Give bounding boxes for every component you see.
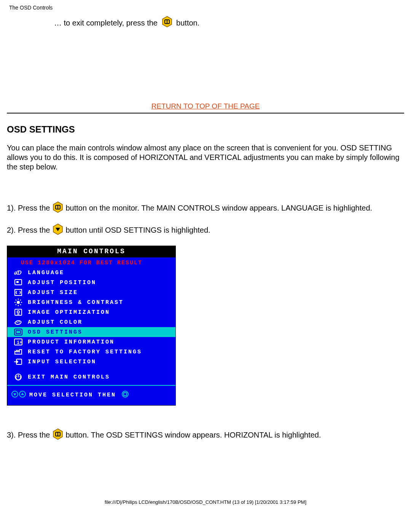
osd-item-label: IMAGE OPTIMIZATION (25, 309, 110, 316)
ok-button-icon (52, 428, 64, 442)
osd-item-adjust-size[interactable]: ADJUST SIZE (7, 288, 175, 297)
osd-item-input-selection[interactable]: INPUT SELECTION (7, 357, 175, 367)
osd-item-osd-settings[interactable]: OSD SETTINGS (7, 327, 175, 337)
language-icon: ǝƊ (12, 269, 25, 276)
factory-icon (12, 349, 25, 355)
ok-button-icon (52, 201, 64, 215)
position-icon (12, 279, 25, 286)
up-arrow-icon (19, 390, 26, 400)
return-to-top-link[interactable]: RETURN TO TOP OF THE PAGE (151, 102, 260, 110)
osd-item-label: ADJUST COLOR (25, 319, 83, 326)
svg-line-20 (16, 304, 16, 305)
down-arrow-icon (11, 390, 19, 400)
osd-item-image-optimization[interactable]: IMAGE OPTIMIZATION (7, 307, 175, 317)
osd-item-exit[interactable]: EXIT MAIN CONTROLS (7, 372, 175, 382)
osd-item-label: ADJUST SIZE (25, 289, 78, 296)
osd-title: MAIN CONTROLS (7, 246, 175, 257)
svg-marker-35 (21, 393, 24, 395)
osd-item-language[interactable]: ǝƊ LANGUAGE (7, 268, 175, 278)
svg-rect-27 (16, 331, 21, 334)
svg-text:i+: i+ (17, 340, 22, 345)
step-3-suffix: button. The OSD SETTINGS window appears.… (66, 431, 321, 439)
osd-item-product-information[interactable]: i+ PRODUCT INFORMATION (7, 337, 175, 347)
osd-footer-label: MOVE SELECTION THEN (29, 392, 116, 398)
svg-line-19 (20, 300, 21, 300)
svg-text:ǝƊ: ǝƊ (14, 270, 22, 276)
size-icon (12, 289, 25, 296)
divider (7, 113, 404, 113)
step-3-prefix: 3). Press the (7, 431, 52, 439)
step-2-prefix: 2). Press the (7, 226, 52, 234)
svg-rect-10 (16, 281, 19, 283)
image-icon (12, 309, 25, 316)
svg-rect-37 (124, 393, 127, 396)
step-1-suffix: button on the monitor. The MAIN CONTROLS… (66, 204, 373, 212)
svg-line-18 (20, 304, 21, 305)
page-header: The OSD Controls (9, 5, 404, 11)
step-1: 1). Press the button on the monitor. The… (7, 201, 404, 215)
osd-item-label: ADJUST POSITION (25, 280, 96, 286)
svg-line-17 (16, 300, 16, 300)
svg-point-25 (19, 321, 20, 323)
exit-icon (12, 373, 25, 381)
osd-item-label: LANGUAGE (25, 270, 64, 276)
svg-point-24 (17, 322, 18, 323)
osd-resolution-hint: USE 1280x1024 FOR BEST RESULT (7, 257, 175, 268)
osd-item-label: EXIT MAIN CONTROLS (25, 374, 110, 380)
svg-rect-23 (17, 314, 19, 315)
osd-item-label: INPUT SELECTION (25, 359, 96, 365)
down-button-icon (52, 224, 64, 237)
brightness-icon (12, 299, 25, 306)
osd-footer: MOVE SELECTION THEN (7, 385, 175, 405)
svg-point-22 (17, 311, 19, 313)
osd-settings-icon (12, 329, 25, 335)
osd-item-adjust-position[interactable]: ADJUST POSITION (7, 278, 175, 288)
svg-point-12 (17, 301, 20, 304)
input-icon (12, 358, 25, 365)
color-icon (12, 319, 25, 325)
osd-item-label: PRODUCT INFORMATION (25, 339, 115, 345)
intro-prefix: … to exit completely, press the (54, 19, 160, 27)
osd-item-label: OSD SETTINGS (25, 329, 83, 335)
step-3: 3). Press the button. The OSD SETTINGS w… (7, 428, 404, 442)
osd-main-controls-panel: MAIN CONTROLS USE 1280x1024 FOR BEST RES… (7, 246, 176, 406)
step-2: 2). Press the button until OSD SETTINGS … (7, 224, 404, 237)
step-2-suffix: button until OSD SETTINGS is highlighted… (66, 226, 210, 234)
section-body: You can place the main controls window a… (7, 143, 404, 172)
ok-button-icon (161, 16, 173, 30)
ok-circle-icon (121, 390, 129, 400)
intro-suffix: button. (176, 19, 199, 27)
osd-item-label: RESET TO FACTORY SETTINGS (25, 349, 142, 355)
intro-line: … to exit completely, press the button. (54, 16, 404, 30)
step-1-prefix: 1). Press the (7, 204, 52, 212)
osd-item-adjust-color[interactable]: ADJUST COLOR (7, 317, 175, 327)
osd-item-label: BRIGHTNESS & CONTRAST (25, 299, 124, 306)
section-heading: OSD SETTINGS (7, 124, 404, 135)
info-icon: i+ (12, 339, 25, 345)
svg-marker-33 (13, 393, 16, 396)
osd-item-brightness-contrast[interactable]: BRIGHTNESS & CONTRAST (7, 297, 175, 307)
svg-point-36 (122, 391, 128, 397)
page-footer: file:///D|/Philips LCD/english/170B/OSD/… (7, 499, 404, 508)
osd-item-factory-reset[interactable]: RESET TO FACTORY SETTINGS (7, 347, 175, 357)
